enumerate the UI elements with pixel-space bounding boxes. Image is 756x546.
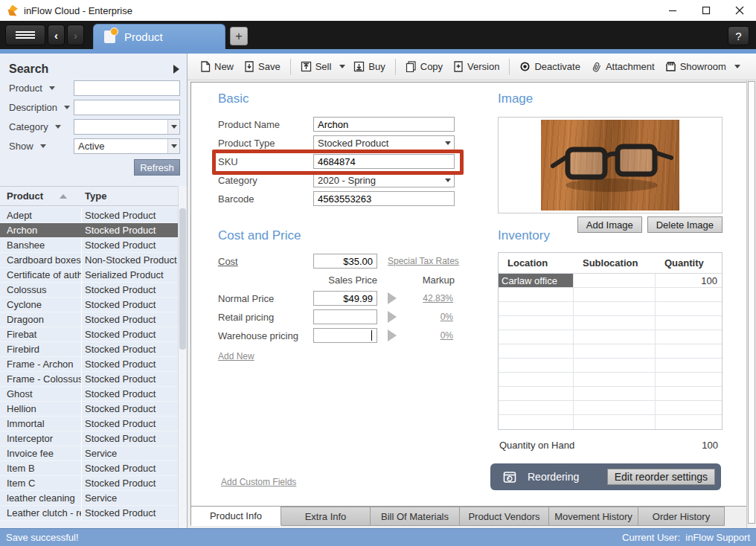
product-list-row[interactable]: Item C Stocked Product [0,476,179,491]
inventory-row[interactable] [499,288,722,302]
dropdown-caret-icon[interactable] [167,120,179,134]
retail-price-input[interactable] [313,309,377,324]
apply-price-arrow-icon[interactable] [388,330,397,341]
product-list-row[interactable]: Adept Stocked Product [0,208,179,223]
product-list-row[interactable]: Firebat Stocked Product [0,327,179,342]
scrollbar-thumb[interactable] [179,208,186,350]
category-select[interactable]: 2020 - Spring [313,173,455,187]
sell-button[interactable]: Sell [295,58,337,75]
buy-button[interactable]: Buy [348,58,390,75]
column-header-type[interactable]: Type [82,190,106,202]
tab-order-history[interactable]: Order History [638,507,725,526]
main-menu-button[interactable] [5,25,45,45]
inventory-row[interactable]: Carlaw office 100 [499,274,722,288]
product-list-row[interactable]: Firebird Stocked Product [0,342,179,357]
product-list-row[interactable]: Colossus Stocked Product [0,283,179,298]
tab-bill-of-materials[interactable]: Bill Of Materials [371,507,460,526]
minimize-button[interactable] [656,0,689,21]
scrollbar-thumb[interactable] [748,81,755,524]
product-list-row[interactable]: Hellion Stocked Product [0,402,179,417]
retail-markup-link[interactable]: 0% [407,312,453,322]
cost-input[interactable] [313,254,377,269]
attachment-button[interactable]: Attachment [586,58,660,75]
search-category-select[interactable] [74,119,180,135]
search-product-input[interactable] [74,80,180,96]
copy-button[interactable]: Copy [400,58,448,75]
column-header-product[interactable]: Product [0,190,82,202]
dropdown-caret-icon[interactable] [167,139,179,153]
inventory-row[interactable] [499,373,722,387]
inventory-row[interactable] [499,302,722,316]
version-button[interactable]: Version [448,58,504,75]
refresh-button[interactable]: Refresh [134,159,180,176]
barcode-input[interactable] [313,191,455,206]
inventory-row[interactable] [499,316,722,330]
product-list-row[interactable]: Frame - Colossus Stocked Product [0,372,179,387]
tab-product-info[interactable]: Product Info [190,506,281,526]
apply-price-arrow-icon[interactable] [388,311,397,323]
product-list-row[interactable]: Cyclone Stocked Product [0,298,179,312]
inventory-row[interactable] [499,344,722,359]
product-list-row[interactable]: Ghost Stocked Product [0,387,179,402]
dropdown-caret-icon[interactable] [442,173,454,187]
field-operator-caret-icon[interactable] [64,106,70,109]
product-list-row[interactable]: Dragoon Stocked Product [0,312,179,327]
new-tab-button[interactable]: + [230,27,248,45]
product-list-row[interactable]: Archon Stocked Product [0,223,179,238]
search-description-input[interactable] [74,100,180,115]
special-tax-rates-link[interactable]: Special Tax Rates [388,256,459,266]
tab-extra-info[interactable]: Extra Info [281,507,371,526]
inventory-row[interactable] [499,359,722,373]
sell-dropdown-caret-icon[interactable] [339,65,345,68]
product-list-row[interactable]: leather cleaning Service [0,491,179,506]
product-list-row[interactable]: Cardboard boxes Non-Stocked Product [0,253,179,268]
product-list-scrollbar[interactable] [178,186,187,528]
showroom-dropdown-caret-icon[interactable] [734,65,740,68]
forward-button[interactable]: › [67,25,84,45]
close-button[interactable] [723,0,756,21]
maximize-button[interactable] [689,0,723,21]
main-scrollbar[interactable] [746,80,756,528]
normal-price-input[interactable] [313,291,377,306]
help-button[interactable]: ? [728,26,749,45]
new-button[interactable]: New [195,58,239,75]
product-list-row[interactable]: Item B Stocked Product [0,461,179,476]
product-type-select[interactable]: Stocked Product [313,135,455,150]
inventory-row[interactable] [499,415,722,429]
field-operator-caret-icon[interactable] [49,86,55,90]
field-operator-caret-icon[interactable] [55,125,61,129]
save-button[interactable]: Save [239,58,286,75]
warehouse-markup-link[interactable]: 0% [407,330,453,341]
field-operator-caret-icon[interactable] [40,144,46,148]
showroom-button[interactable]: Showroom [660,58,731,75]
tab-product-vendors[interactable]: Product Vendors [460,507,549,526]
deactivate-button[interactable]: Deactivate [514,58,585,75]
apply-price-arrow-icon[interactable] [388,292,397,304]
quantity-on-hand-label: Quantity on Hand [499,440,574,451]
search-show-select[interactable]: Active [74,138,180,154]
tab-product[interactable]: Product [93,24,225,49]
dropdown-caret-icon[interactable] [442,136,454,150]
warehouse-price-input[interactable] [313,328,377,343]
product-list-row[interactable]: Banshee Stocked Product [0,238,179,253]
product-list-row[interactable]: Certificate of auth... Serialized Produc… [0,268,179,283]
back-button[interactable]: ‹ [48,25,65,45]
cost-link[interactable]: Cost [218,256,238,267]
normal-markup-link[interactable]: 42.83% [407,293,453,303]
product-tab-icon [104,30,115,43]
product-list-row[interactable]: Frame - Archon Stocked Product [0,357,179,372]
add-new-price-link[interactable]: Add New [218,351,254,362]
inventory-row[interactable] [499,401,722,415]
product-list-row[interactable]: Leather clutch - red Stocked Product [0,506,179,521]
inventory-row[interactable] [499,387,722,401]
add-custom-fields-link[interactable]: Add Custom Fields [221,477,296,487]
product-name-input[interactable] [313,117,455,132]
product-list-row[interactable]: Invoice fee Service [0,446,179,461]
inventory-row[interactable] [499,330,722,344]
tab-movement-history[interactable]: Movement History [549,507,638,526]
sku-input[interactable] [313,154,455,169]
product-list-row[interactable]: Interceptor Stocked Product [0,431,179,446]
collapse-sidebar-icon[interactable] [173,65,179,74]
product-list-row[interactable]: Immortal Stocked Product [0,417,179,431]
edit-reorder-settings-button[interactable]: Edit reorder settings [607,469,715,485]
